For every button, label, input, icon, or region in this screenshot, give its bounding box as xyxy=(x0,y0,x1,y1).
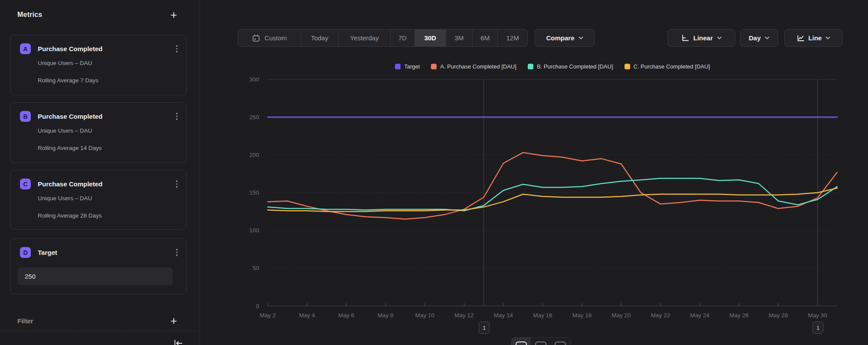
svg-text:May 4: May 4 xyxy=(299,312,315,319)
range-7d[interactable]: 7D xyxy=(390,29,414,46)
date-range-control: Custom Today Yesterday 7D 30D 3M 6M 12M xyxy=(238,29,528,47)
range-30d[interactable]: 30D xyxy=(414,29,446,46)
metric-measure[interactable]: Unique Users – DAU xyxy=(38,127,92,134)
svg-text:May 18: May 18 xyxy=(572,312,592,319)
metric-transform[interactable]: Rolling Average 7 Days xyxy=(38,77,99,84)
add-metric-icon[interactable]: + xyxy=(171,10,177,19)
legend-item[interactable]: B. Purchase Completed [DAU] xyxy=(528,63,613,70)
svg-text:May 30: May 30 xyxy=(808,312,827,319)
stacked-style-icon xyxy=(535,341,547,345)
calendar-icon xyxy=(252,34,260,42)
kebab-icon[interactable] xyxy=(174,248,179,257)
chart-style-switcher xyxy=(511,337,571,345)
svg-text:150: 150 xyxy=(249,189,259,196)
metric-badge-d: D xyxy=(20,247,31,258)
metric-measure[interactable]: Unique Users – DAU xyxy=(38,60,92,66)
metrics-header: Metrics + xyxy=(17,10,177,19)
range-3m[interactable]: 3M xyxy=(446,29,473,46)
metric-badge-c: C xyxy=(20,179,31,189)
svg-text:250: 250 xyxy=(249,114,259,120)
filter-header: Filter + xyxy=(17,316,177,325)
chart-style-bar-button[interactable] xyxy=(551,338,570,345)
metric-title: Purchase Completed xyxy=(38,45,174,52)
svg-text:May 10: May 10 xyxy=(415,312,434,319)
legend-swatch xyxy=(625,64,630,69)
legend-item[interactable]: Target xyxy=(395,63,420,70)
legend-label: Target xyxy=(404,63,420,70)
metrics-panel: Metrics + A Purchase Completed Unique Us… xyxy=(0,0,200,345)
svg-text:May 26: May 26 xyxy=(730,312,749,319)
metric-badge-b: B xyxy=(20,111,31,122)
metric-measure[interactable]: Unique Users – DAU xyxy=(38,195,92,202)
collapse-panel-icon[interactable] xyxy=(173,339,183,345)
legend-label: B. Purchase Completed [DAU] xyxy=(537,63,613,70)
line-chart-icon xyxy=(796,34,805,42)
metric-badge-a: A xyxy=(20,43,31,54)
dashboard: 050100150200250300May 2May 4May 6May 8Ma… xyxy=(0,0,868,345)
metric-title: Purchase Completed xyxy=(38,113,174,120)
svg-text:May 6: May 6 xyxy=(339,312,355,319)
legend-swatch xyxy=(431,64,437,69)
chevron-down-icon xyxy=(765,36,769,39)
svg-text:May 12: May 12 xyxy=(454,312,473,319)
svg-text:200: 200 xyxy=(249,152,259,158)
chart-style-line-button[interactable] xyxy=(511,338,531,345)
legend-label: A. Purchase Completed [DAU] xyxy=(440,63,516,70)
range-today[interactable]: Today xyxy=(301,29,339,46)
compare-button[interactable]: Compare xyxy=(535,29,595,47)
target-value-input[interactable]: 250 xyxy=(18,267,173,285)
svg-text:May 22: May 22 xyxy=(651,312,670,319)
svg-text:May 8: May 8 xyxy=(378,312,394,319)
kebab-icon[interactable] xyxy=(174,179,179,188)
filter-title: Filter xyxy=(17,317,33,325)
metric-transform[interactable]: Rolling Average 28 Days xyxy=(38,212,102,219)
metric-card-b[interactable]: B Purchase Completed Unique Users – DAU … xyxy=(10,102,187,163)
chevron-down-icon xyxy=(579,36,583,39)
metric-transform[interactable]: Rolling Average 14 Days xyxy=(38,145,102,151)
kebab-icon[interactable] xyxy=(174,44,179,53)
range-6m[interactable]: 6M xyxy=(472,29,497,46)
annotation-badge[interactable]: 1 xyxy=(812,322,823,334)
metric-card-a[interactable]: A Purchase Completed Unique Users – DAU … xyxy=(10,35,187,95)
chevron-down-icon xyxy=(825,36,830,39)
svg-text:May 2: May 2 xyxy=(260,312,276,319)
legend-item[interactable]: A. Purchase Completed [DAU] xyxy=(431,63,516,70)
line-style-icon xyxy=(515,341,527,345)
metric-title: Purchase Completed xyxy=(38,180,174,188)
target-card[interactable]: D Target 250 xyxy=(10,238,187,294)
svg-text:May 14: May 14 xyxy=(494,312,513,319)
interval-button[interactable]: Day xyxy=(740,29,778,47)
svg-text:100: 100 xyxy=(249,227,259,234)
svg-text:0: 0 xyxy=(256,303,259,309)
svg-text:May 20: May 20 xyxy=(612,312,631,319)
add-filter-icon[interactable]: + xyxy=(171,316,177,325)
legend-swatch xyxy=(395,64,401,69)
range-custom[interactable]: Custom xyxy=(238,29,301,46)
bar-style-icon xyxy=(554,341,566,345)
chart-style-stacked-button[interactable] xyxy=(531,338,550,345)
linear-axis-icon xyxy=(681,34,689,42)
svg-text:May 24: May 24 xyxy=(690,312,710,319)
target-title: Target xyxy=(38,249,174,256)
chart-legend: TargetA. Purchase Completed [DAU]B. Purc… xyxy=(268,63,837,70)
sidebar-divider xyxy=(0,331,200,331)
legend-label: C. Purchase Completed [DAU] xyxy=(634,63,710,70)
annotation-badge[interactable]: 1 xyxy=(479,322,490,334)
svg-text:May 28: May 28 xyxy=(769,312,788,319)
metrics-panel-title: Metrics xyxy=(17,11,42,19)
metric-card-c[interactable]: C Purchase Completed Unique Users – DAU … xyxy=(10,170,187,230)
chevron-down-icon xyxy=(717,36,722,39)
range-yesterday[interactable]: Yesterday xyxy=(338,29,390,46)
svg-text:May 16: May 16 xyxy=(533,312,552,319)
svg-text:300: 300 xyxy=(249,76,259,83)
legend-item[interactable]: C. Purchase Completed [DAU] xyxy=(625,63,710,70)
chart-type-button[interactable]: Line xyxy=(784,29,842,47)
scale-button[interactable]: Linear xyxy=(667,29,735,47)
range-12m[interactable]: 12M xyxy=(497,29,527,46)
svg-text:50: 50 xyxy=(253,265,259,271)
kebab-icon[interactable] xyxy=(174,112,179,120)
legend-swatch xyxy=(528,64,533,69)
